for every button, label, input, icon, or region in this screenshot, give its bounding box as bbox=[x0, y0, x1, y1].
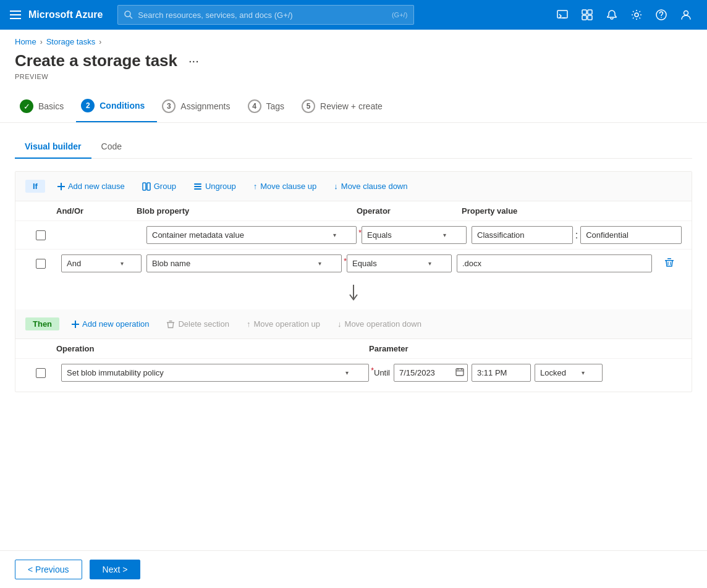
svg-point-11 bbox=[635, 13, 638, 17]
dashboard-icon[interactable] bbox=[576, 4, 598, 26]
wizard-step-conditions[interactable]: 2 Conditions bbox=[76, 90, 157, 122]
clause-table-header: And/Or Blob property Operator Property v… bbox=[15, 201, 692, 220]
clause-row-1: Container metadata value ▾ * Equals ▾ : bbox=[15, 220, 692, 249]
property-value-input-1a[interactable] bbox=[472, 226, 573, 244]
clause-row-2: And ▾ Blob name ▾ * Equals ▾ bbox=[15, 249, 692, 277]
hamburger-menu[interactable] bbox=[10, 9, 21, 20]
blob-property-select-1[interactable]: Container metadata value ▾ bbox=[146, 226, 357, 244]
clause-checkbox-1[interactable] bbox=[36, 230, 46, 240]
date-input-wrap bbox=[394, 364, 468, 382]
operator-select-1[interactable]: Equals ▾ bbox=[362, 226, 467, 244]
svg-rect-29 bbox=[167, 322, 174, 323]
step-num-conditions: 2 bbox=[81, 99, 95, 112]
add-new-clause-button[interactable]: Add new clause bbox=[53, 179, 130, 193]
step-num-review: 5 bbox=[302, 99, 315, 113]
ungroup-button[interactable]: Ungroup bbox=[188, 179, 241, 193]
operation-select[interactable]: Set blob immutability policy ▾ bbox=[61, 364, 369, 382]
calendar-icon[interactable] bbox=[455, 368, 464, 378]
breadcrumb-home[interactable]: Home bbox=[15, 37, 36, 46]
tab-code[interactable]: Code bbox=[91, 135, 132, 159]
and-or-select-wrap-2: And ▾ bbox=[61, 254, 142, 272]
ungroup-label: Ungroup bbox=[205, 182, 236, 191]
col-operator: Operator bbox=[357, 206, 462, 216]
add-operation-label: Add new operation bbox=[82, 319, 149, 329]
property-value-input-2[interactable] bbox=[457, 254, 652, 272]
operator-value-2: Equals bbox=[352, 259, 377, 268]
move-operation-up-button[interactable]: ↑ Move operation up bbox=[242, 317, 325, 331]
search-placeholder: Search resources, services, and docs (G+… bbox=[138, 10, 292, 20]
breadcrumb: Home › Storage tasks › bbox=[0, 30, 707, 46]
step-label-assignments: Assignments bbox=[180, 101, 230, 111]
col-checkbox bbox=[25, 206, 56, 216]
settings-icon[interactable] bbox=[625, 4, 648, 26]
page-title-area: Create a storage task ··· bbox=[0, 46, 707, 73]
wizard-step-basics[interactable]: ✓ Basics bbox=[15, 91, 76, 122]
locked-select[interactable]: Locked ▾ bbox=[535, 364, 603, 382]
next-button[interactable]: Next > bbox=[90, 560, 141, 579]
property-value-input-1b[interactable] bbox=[580, 226, 682, 244]
wizard-step-tags[interactable]: 4 Tags bbox=[243, 91, 297, 122]
nav-icons bbox=[551, 4, 697, 26]
operator-select-wrap-2: Equals ▾ bbox=[347, 254, 452, 272]
svg-rect-20 bbox=[194, 186, 201, 187]
svg-rect-21 bbox=[194, 188, 201, 190]
move-op-down-label: Move operation down bbox=[345, 319, 421, 329]
blob-property-arrow-1: ▾ bbox=[333, 232, 336, 238]
operator-arrow-2: ▾ bbox=[428, 260, 431, 267]
op-checkbox-1[interactable] bbox=[36, 368, 46, 378]
col-property-value: Property value bbox=[462, 206, 682, 216]
page-title: Create a storage task bbox=[15, 51, 177, 70]
group-button[interactable]: Group bbox=[137, 179, 181, 193]
clause-checkbox-2[interactable] bbox=[36, 259, 46, 269]
operation-select-wrap: Set blob immutability policy ▾ * bbox=[61, 364, 369, 382]
notifications-icon[interactable] bbox=[601, 4, 623, 26]
more-options-button[interactable]: ··· bbox=[184, 51, 204, 70]
time-input[interactable] bbox=[472, 364, 531, 382]
group-label: Group bbox=[154, 182, 176, 191]
wizard-step-assignments[interactable]: 3 Assignments bbox=[157, 91, 242, 122]
svg-rect-10 bbox=[588, 15, 592, 20]
and-or-arrow-2: ▾ bbox=[121, 260, 124, 267]
search-bar[interactable]: Search resources, services, and docs (G+… bbox=[117, 5, 414, 25]
delete-clause-icon[interactable] bbox=[662, 255, 677, 272]
wizard-step-review[interactable]: 5 Review + create bbox=[297, 91, 395, 122]
step-label-tags: Tags bbox=[266, 101, 285, 111]
account-icon[interactable] bbox=[675, 4, 697, 26]
then-badge: Then bbox=[25, 317, 59, 330]
terminal-icon[interactable] bbox=[551, 4, 574, 26]
operator-value-1: Equals bbox=[367, 230, 392, 240]
step-label-review: Review + create bbox=[320, 101, 383, 111]
delete-row-2[interactable] bbox=[657, 255, 682, 272]
builder-tabs: Visual builder Code bbox=[15, 135, 692, 159]
move-operation-down-button[interactable]: ↓ Move operation down bbox=[332, 317, 426, 331]
blob-property-value-1: Container metadata value bbox=[152, 230, 244, 240]
if-section-header: If Add new clause Group Ungroup ↑ Move c… bbox=[15, 172, 692, 201]
delete-section-button[interactable]: Delete section bbox=[161, 317, 234, 331]
add-new-operation-button[interactable]: Add new operation bbox=[67, 317, 154, 331]
tab-visual-builder-label: Visual builder bbox=[25, 141, 82, 151]
help-icon[interactable] bbox=[650, 4, 672, 26]
bottom-nav: < Previous Next > bbox=[0, 550, 707, 588]
builder-card: If Add new clause Group Ungroup ↑ Move c… bbox=[15, 171, 692, 392]
move-clause-down-button[interactable]: ↓ Move clause down bbox=[329, 179, 412, 193]
tab-visual-builder[interactable]: Visual builder bbox=[15, 135, 91, 159]
svg-rect-2 bbox=[10, 18, 21, 19]
svg-rect-17 bbox=[143, 183, 146, 190]
svg-line-4 bbox=[130, 16, 132, 19]
svg-point-13 bbox=[661, 17, 662, 19]
move-clause-up-button[interactable]: ↑ Move clause up bbox=[248, 179, 322, 193]
breadcrumb-storage-tasks[interactable]: Storage tasks bbox=[46, 37, 96, 46]
blob-property-select-2[interactable]: Blob name ▾ bbox=[146, 254, 342, 272]
if-badge: If bbox=[25, 180, 45, 193]
move-op-up-label: Move operation up bbox=[253, 319, 320, 329]
tab-code-label: Code bbox=[101, 141, 122, 151]
svg-rect-30 bbox=[169, 321, 172, 322]
previous-button[interactable]: < Previous bbox=[15, 560, 82, 579]
operation-value: Set blob immutability policy bbox=[67, 368, 164, 377]
op-table-header: Operation Parameter bbox=[15, 339, 692, 358]
operator-arrow-1: ▾ bbox=[443, 232, 446, 238]
and-or-select-2[interactable]: And ▾ bbox=[61, 254, 142, 272]
delete-section-label: Delete section bbox=[178, 319, 229, 329]
operator-select-2[interactable]: Equals ▾ bbox=[347, 254, 452, 272]
breadcrumb-sep-1: › bbox=[40, 38, 43, 46]
